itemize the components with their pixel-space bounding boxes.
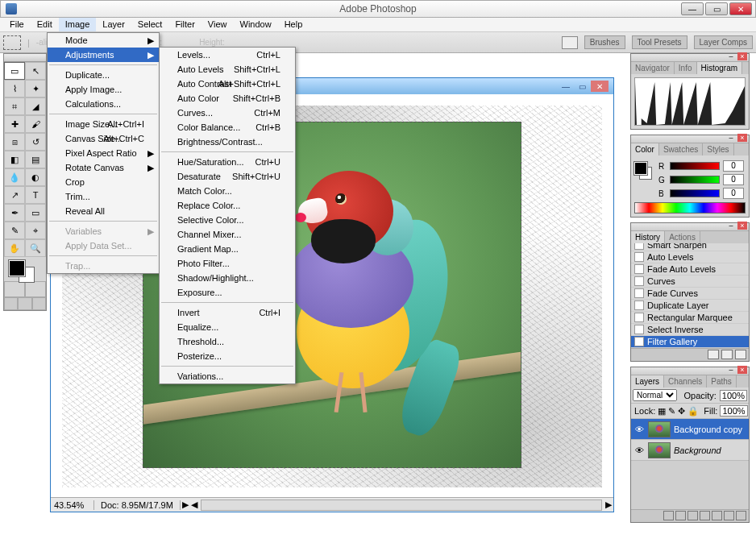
- tab-swatches[interactable]: Swatches: [659, 143, 703, 155]
- tool-brush[interactable]: 🖌: [25, 115, 46, 133]
- menuitem-invert[interactable]: InvertCtrl+I: [160, 305, 295, 320]
- menuitem-mode[interactable]: Mode▶: [48, 33, 159, 48]
- trash-icon[interactable]: [735, 350, 746, 359]
- palette-min-icon[interactable]: –: [726, 222, 736, 230]
- menuitem-rotate-canvas[interactable]: Rotate Canvas▶: [48, 160, 159, 175]
- window-close-button[interactable]: ✕: [729, 2, 752, 15]
- menuitem-apply-image[interactable]: Apply Image...: [48, 82, 159, 97]
- history-step[interactable]: Fade Curves: [631, 288, 749, 300]
- lock-transparency-icon[interactable]: ▦: [658, 406, 666, 417]
- menuitem-auto-levels[interactable]: Auto LevelsShift+Ctrl+L: [160, 62, 295, 77]
- adjustment-icon[interactable]: [700, 511, 710, 520]
- trash-icon[interactable]: [736, 511, 746, 520]
- tab-info[interactable]: Info: [675, 62, 697, 74]
- zoom-field[interactable]: 43.54%: [51, 500, 94, 510]
- tool-move[interactable]: ↖: [25, 62, 46, 80]
- green-value[interactable]: 0: [723, 174, 744, 185]
- menuitem-match-color[interactable]: Match Color...: [160, 184, 295, 198]
- tool-dodge[interactable]: ◐: [25, 168, 46, 186]
- history-step[interactable]: Select Inverse: [631, 324, 749, 336]
- tab-actions[interactable]: Actions: [665, 231, 700, 243]
- menuitem-color-balance[interactable]: Color Balance...Ctrl+B: [160, 120, 295, 135]
- history-list[interactable]: Smart SharpenAuto LevelsFade Auto Levels…: [631, 243, 749, 348]
- link-icon[interactable]: [663, 511, 674, 520]
- lock-position-icon[interactable]: ✥: [678, 406, 685, 417]
- layer-thumbnail[interactable]: [648, 442, 671, 458]
- red-value[interactable]: 0: [723, 160, 744, 172]
- tab-histogram[interactable]: Histogram: [697, 62, 743, 74]
- menu-filter[interactable]: Filter: [168, 18, 201, 31]
- menu-window[interactable]: Window: [234, 18, 278, 31]
- quickmask-mode-icon[interactable]: [25, 281, 46, 297]
- opacity-value[interactable]: 100%: [720, 390, 747, 401]
- standard-mode-icon[interactable]: [4, 281, 25, 297]
- menuitem-posterize[interactable]: Posterize...: [160, 349, 295, 363]
- tool-eyedropper[interactable]: ⌖: [25, 222, 46, 239]
- menuitem-reveal-all[interactable]: Reveal All: [48, 204, 159, 218]
- menu-edit[interactable]: Edit: [31, 18, 59, 31]
- tool-crop[interactable]: ⌗: [4, 97, 25, 115]
- file-browser-icon[interactable]: [562, 36, 578, 49]
- tool-lasso[interactable]: ⌇: [4, 80, 25, 97]
- menuitem-replace-color[interactable]: Replace Color...: [160, 198, 295, 213]
- tool-notes[interactable]: ✎: [4, 222, 25, 239]
- brushes-tab[interactable]: Brushes: [584, 35, 625, 49]
- menuitem-crop[interactable]: Crop: [48, 175, 159, 189]
- palette-close-icon[interactable]: ×: [737, 222, 747, 230]
- tool-healing[interactable]: ✚: [4, 115, 25, 133]
- menuitem-photo-filter[interactable]: Photo Filter...: [160, 256, 295, 271]
- window-maximize-button[interactable]: ▭: [705, 2, 728, 15]
- history-step[interactable]: Auto Levels: [631, 251, 749, 263]
- menu-help[interactable]: Help: [278, 18, 309, 31]
- layer-row[interactable]: 👁Background copy: [631, 419, 749, 440]
- menuitem-brightness-contrast[interactable]: Brightness/Contrast...: [160, 135, 295, 149]
- spectrum-ramp[interactable]: [634, 202, 746, 213]
- history-step[interactable]: Fade Auto Levels: [631, 263, 749, 276]
- tool-pen[interactable]: ✒: [4, 204, 25, 222]
- menuitem-curves[interactable]: Curves...Ctrl+M: [160, 106, 295, 120]
- history-step[interactable]: Duplicate Layer: [631, 300, 749, 312]
- screen-standard-icon[interactable]: [4, 297, 18, 310]
- palette-close-icon[interactable]: ×: [737, 134, 747, 142]
- tool-eraser[interactable]: ◧: [4, 151, 25, 168]
- tool-blur[interactable]: 💧: [4, 168, 25, 186]
- menuitem-threshold[interactable]: Threshold...: [160, 334, 295, 349]
- history-step[interactable]: Rectangular Marquee: [631, 312, 749, 324]
- palette-min-icon[interactable]: –: [726, 52, 736, 60]
- menuitem-desaturate[interactable]: DesaturateShift+Ctrl+U: [160, 169, 295, 184]
- palette-min-icon[interactable]: –: [726, 134, 736, 142]
- new-document-icon[interactable]: [708, 350, 719, 359]
- menu-image[interactable]: Image: [59, 18, 97, 31]
- marquee-tool-icon[interactable]: [3, 35, 21, 50]
- tab-navigator[interactable]: Navigator: [631, 62, 675, 74]
- tool-shape[interactable]: ▭: [25, 204, 46, 222]
- menuitem-variations[interactable]: Variations...: [160, 369, 295, 383]
- screen-full-menu-icon[interactable]: [18, 297, 31, 310]
- tab-color[interactable]: Color: [631, 143, 659, 155]
- menuitem-duplicate[interactable]: Duplicate...: [48, 68, 159, 82]
- tool-zoom[interactable]: 🔍: [25, 239, 46, 257]
- screen-full-icon[interactable]: [32, 297, 46, 310]
- new-layer-icon[interactable]: [724, 511, 734, 520]
- doc-close-button[interactable]: ✕: [591, 81, 609, 92]
- visibility-icon[interactable]: 👁: [633, 446, 645, 455]
- tool-history-brush[interactable]: ↺: [25, 133, 46, 151]
- green-slider[interactable]: [670, 176, 720, 184]
- menu-select[interactable]: Select: [131, 18, 169, 31]
- menuitem-hue-saturation[interactable]: Hue/Saturation...Ctrl+U: [160, 155, 295, 169]
- tool-presets-tab[interactable]: Tool Presets: [632, 35, 687, 49]
- fx-icon[interactable]: [675, 511, 686, 520]
- palette-min-icon[interactable]: –: [726, 366, 736, 374]
- menuitem-pixel-aspect-ratio[interactable]: Pixel Aspect Ratio▶: [48, 146, 159, 160]
- doc-maximize-button[interactable]: ▭: [575, 81, 589, 92]
- menu-view[interactable]: View: [201, 18, 234, 31]
- group-icon[interactable]: [712, 511, 722, 520]
- horizontal-scrollbar[interactable]: [201, 499, 602, 511]
- tool-type[interactable]: T: [25, 186, 46, 204]
- tool-slice[interactable]: ◢: [25, 97, 46, 115]
- menuitem-exposure[interactable]: Exposure...: [160, 285, 295, 300]
- tool-path[interactable]: ↗: [4, 186, 25, 204]
- blue-value[interactable]: 0: [723, 188, 744, 199]
- menuitem-image-size[interactable]: Image Size...Alt+Ctrl+I: [48, 117, 159, 131]
- menuitem-shadow-highlight[interactable]: Shadow/Highlight...: [160, 271, 295, 285]
